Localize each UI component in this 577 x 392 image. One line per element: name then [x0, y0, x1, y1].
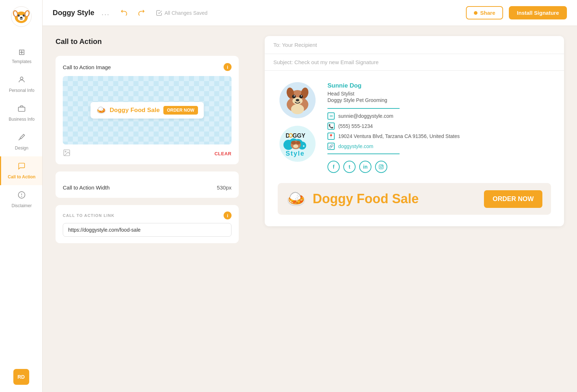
sig-title: Head Stylist: [327, 91, 551, 97]
sig-right: Sunnie Dog Head Stylist Doggy Style Pet …: [327, 82, 551, 173]
left-panel: Call to Action Call to Action Image i 🍛 …: [43, 26, 252, 392]
briefcase-icon: [18, 104, 26, 115]
cta-image-header: Call to Action Image i: [63, 63, 232, 71]
header: Doggy Style ... All Changes Saved Share …: [43, 0, 577, 26]
sig-name: Sunnie Dog: [327, 82, 551, 89]
sidebar-item-design[interactable]: Design: [0, 128, 42, 156]
clear-button[interactable]: CLEAR: [215, 151, 232, 156]
phone-icon: 📞: [327, 122, 335, 130]
sig-logo: D O GGY: [278, 124, 317, 165]
install-button[interactable]: Install Signature: [509, 6, 567, 19]
cta-image-preview: 🍛 Doggy Food Sale ORDER NOW: [63, 76, 232, 144]
signature-block: D O GGY: [278, 82, 551, 173]
user-section: RD: [13, 369, 29, 385]
sig-website-row: 🔗 doggystyle.com: [327, 143, 551, 150]
content-area: Call to Action Call to Action Image i 🍛 …: [43, 26, 577, 392]
sidebar-item-label: Business Info: [9, 117, 35, 122]
svg-point-40: [291, 141, 296, 144]
width-value: 530px: [217, 184, 232, 191]
saved-status: All Changes Saved: [156, 10, 207, 16]
linkedin-icon[interactable]: in: [359, 161, 371, 173]
link-label-row: CALL TO ACTION LINK i: [63, 211, 232, 219]
sidebar-item-label: Templates: [12, 59, 32, 64]
cta-banner-preview: 🍛 Doggy Food Sale ORDER NOW: [91, 102, 204, 119]
email-preview: To: Your Recipient Subject: Check out my…: [265, 36, 564, 226]
bowl-icon-large: 🍛: [286, 190, 306, 208]
sig-avatar: [279, 82, 316, 118]
sidebar-item-label: Call to Action: [8, 174, 36, 179]
cta-width-card: Call to Action Width 530px: [56, 172, 239, 198]
email-icon: ✉: [327, 112, 335, 120]
sidebar-item-templates[interactable]: ⊞ Templates: [0, 42, 42, 70]
warning-icon: [18, 191, 26, 201]
sidebar-item-disclaimer[interactable]: Disclaimer: [0, 185, 42, 214]
cta-order-btn-small[interactable]: ORDER NOW: [163, 106, 198, 115]
svg-point-27: [294, 95, 295, 97]
more-options-button[interactable]: ...: [102, 9, 110, 17]
svg-point-12: [20, 77, 23, 80]
share-label: Share: [480, 10, 495, 16]
svg-text:Style: Style: [286, 150, 305, 157]
width-row: Call to Action Width 530px: [63, 179, 232, 192]
cta-link-input[interactable]: [63, 223, 232, 237]
cta-order-btn-large[interactable]: ORDER NOW: [484, 190, 542, 208]
share-button[interactable]: Share: [466, 6, 503, 19]
svg-point-8: [23, 14, 25, 17]
svg-point-29: [296, 99, 299, 102]
twitter-icon[interactable]: t: [343, 161, 356, 173]
email-subject-row: Subject: Check out my new Email Signatur…: [265, 54, 564, 71]
cta-image-info-icon[interactable]: i: [224, 63, 232, 71]
upload-icon[interactable]: [63, 149, 71, 159]
email-body: D O GGY: [265, 71, 564, 226]
instagram-icon[interactable]: [375, 161, 387, 173]
sig-company: Doggy Style Pet Grooming: [327, 97, 551, 103]
image-footer: CLEAR: [63, 149, 232, 159]
cta-image-card: Call to Action Image i 🍛 Doggy Food Sale…: [56, 56, 239, 164]
facebook-icon[interactable]: f: [327, 161, 340, 173]
sidebar-item-business-info[interactable]: Business Info: [0, 99, 42, 128]
sig-divider-top: [327, 108, 400, 109]
svg-point-41: [296, 141, 300, 144]
width-label: Call to Action Width: [63, 184, 110, 191]
sig-email: sunnie@doggystyle.com: [338, 113, 393, 119]
svg-point-18: [65, 151, 66, 152]
sidebar-item-label: Disclaimer: [12, 203, 32, 208]
sig-website[interactable]: doggystyle.com: [338, 143, 373, 149]
page-title: Doggy Style: [53, 9, 94, 17]
svg-point-10: [24, 15, 25, 15]
cta-link-info-icon[interactable]: i: [224, 211, 232, 219]
user-avatar[interactable]: RD: [13, 369, 29, 385]
sidebar-item-call-to-action[interactable]: Call to Action: [0, 156, 42, 185]
svg-point-7: [18, 14, 20, 17]
svg-point-16: [22, 196, 22, 196]
redo-button[interactable]: [136, 7, 147, 19]
saved-status-text: All Changes Saved: [164, 10, 207, 16]
sig-phone: (555) 555-1234: [338, 123, 373, 129]
cta-banner-text-large: Doggy Food Sale: [313, 191, 477, 206]
svg-point-46: [380, 166, 382, 168]
sidebar-item-label: Personal Info: [9, 88, 35, 93]
email-to: To: Your Recipient: [273, 42, 317, 48]
sig-socials: f t in: [327, 161, 551, 173]
bowl-icon-small: 🍛: [96, 106, 106, 115]
sidebar-item-personal-info[interactable]: Personal Info: [0, 70, 42, 99]
svg-point-47: [382, 165, 383, 166]
person-icon: [18, 76, 26, 86]
svg-point-42: [293, 144, 298, 148]
panel-title: Call to Action: [56, 37, 239, 46]
chat-icon: [18, 162, 26, 172]
sig-left: D O GGY: [278, 82, 317, 165]
undo-button[interactable]: [118, 7, 130, 19]
sig-phone-row: 📞 (555) 555-1234: [327, 122, 551, 130]
svg-rect-45: [379, 165, 383, 169]
svg-point-11: [20, 17, 22, 19]
email-to-row: To: Your Recipient: [265, 36, 564, 54]
email-subject: Subject: Check out my new Email Signatur…: [273, 59, 379, 65]
sidebar-item-label: Design: [15, 146, 28, 151]
svg-point-25: [292, 95, 296, 98]
sig-address-row: 📍 19024 Ventura Blvd, Tarzana CA 91356, …: [327, 133, 551, 140]
cta-link-label: CALL TO ACTION LINK: [63, 213, 115, 218]
app-logo: [10, 6, 32, 36]
sidebar: ⊞ Templates Personal Info Business Info …: [0, 0, 43, 392]
svg-text:✦: ✦: [302, 144, 305, 148]
